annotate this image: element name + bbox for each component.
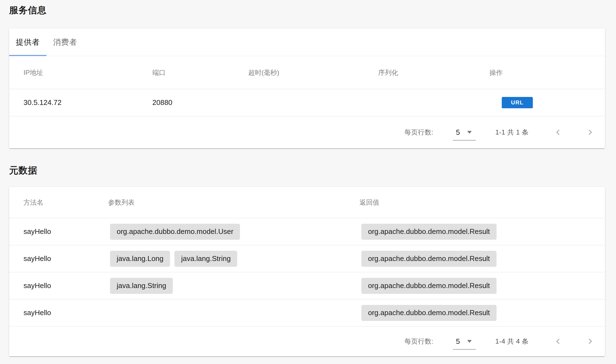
column-header-operation: 操作 (489, 68, 605, 77)
return-chip: org.apache.dubbo.demo.model.Result (361, 305, 497, 321)
column-header-return: 返回值 (359, 198, 605, 207)
column-header-port: 端口 (152, 68, 248, 77)
next-page-button[interactable] (586, 128, 594, 136)
return-chip: org.apache.dubbo.demo.model.Result (361, 251, 497, 267)
next-page-button[interactable] (586, 337, 594, 345)
column-header-method: 方法名 (24, 198, 108, 207)
service-info-title: 服务信息 (9, 6, 607, 15)
ip-cell: 30.5.124.72 (24, 98, 152, 107)
pagination-range: 1-4 共 4 条 (495, 337, 529, 346)
column-header-timeout: 超时(毫秒) (248, 68, 378, 77)
rows-per-page-label: 每页行数: (404, 337, 434, 346)
provider-table-header: IP地址 端口 超时(毫秒) 序列化 操作 (9, 56, 605, 89)
service-detail-page: 服务信息 提供者 消费者 IP地址 端口 超时(毫秒) 序列化 操作 30.5.… (0, 6, 616, 356)
url-button[interactable]: URL (502, 97, 533, 108)
param-chip: java.lang.String (174, 251, 237, 267)
method-cell: sayHello (24, 308, 108, 317)
metadata-card: 方法名 参数列表 返回值 sayHello org.apache.dubbo.d… (9, 187, 605, 356)
dropdown-arrow-icon (467, 131, 472, 134)
port-cell: 20880 (152, 98, 248, 107)
tab-provider[interactable]: 提供者 (9, 28, 46, 56)
tab-provider-label: 提供者 (16, 37, 40, 48)
method-cell: sayHello (24, 281, 108, 290)
active-tab-indicator (9, 55, 46, 56)
chevron-left-icon (554, 337, 562, 345)
chevron-right-icon (586, 337, 594, 345)
column-header-serialization: 序列化 (378, 68, 489, 77)
tab-consumer[interactable]: 消费者 (46, 28, 84, 56)
metadata-table-pagination: 每页行数: 5 1-4 共 4 条 (9, 326, 605, 356)
provider-table-row: 30.5.124.72 20880 URL (9, 89, 605, 116)
previous-page-button[interactable] (554, 128, 562, 136)
provider-table-pagination: 每页行数: 5 1-1 共 1 条 (9, 116, 605, 148)
column-header-ip: IP地址 (24, 68, 152, 77)
return-chip: org.apache.dubbo.demo.model.Result (361, 224, 497, 240)
rows-per-page-select[interactable]: 5 (453, 333, 476, 350)
rows-per-page-label: 每页行数: (404, 128, 434, 137)
param-chip: org.apache.dubbo.demo.model.User (110, 224, 240, 240)
metadata-row: sayHello org.apache.dubbo.demo.model.Use… (9, 218, 605, 245)
rows-per-page-select[interactable]: 5 (453, 124, 476, 141)
chevron-left-icon (554, 128, 562, 136)
metadata-row: sayHello java.lang.String org.apache.dub… (9, 272, 605, 299)
method-cell: sayHello (24, 254, 108, 263)
rows-per-page-value: 5 (456, 337, 460, 346)
metadata-row: sayHello java.lang.Long java.lang.String… (9, 245, 605, 272)
param-chip: java.lang.String (110, 278, 173, 294)
previous-page-button[interactable] (554, 337, 562, 345)
return-chip: org.apache.dubbo.demo.model.Result (361, 278, 497, 294)
method-cell: sayHello (24, 227, 108, 236)
tab-consumer-label: 消费者 (53, 37, 77, 48)
metadata-row: sayHello org.apache.dubbo.demo.model.Res… (9, 299, 605, 326)
column-header-params: 参数列表 (108, 198, 359, 207)
param-chip: java.lang.Long (110, 251, 170, 267)
service-tabs: 提供者 消费者 (9, 28, 605, 56)
metadata-title: 元数据 (9, 166, 607, 175)
pagination-range: 1-1 共 1 条 (495, 128, 529, 137)
rows-per-page-value: 5 (456, 128, 460, 137)
service-info-card: 提供者 消费者 IP地址 端口 超时(毫秒) 序列化 操作 30.5.124.7… (9, 28, 605, 148)
dropdown-arrow-icon (467, 340, 472, 343)
metadata-table-header: 方法名 参数列表 返回值 (9, 187, 605, 218)
chevron-right-icon (586, 128, 594, 136)
